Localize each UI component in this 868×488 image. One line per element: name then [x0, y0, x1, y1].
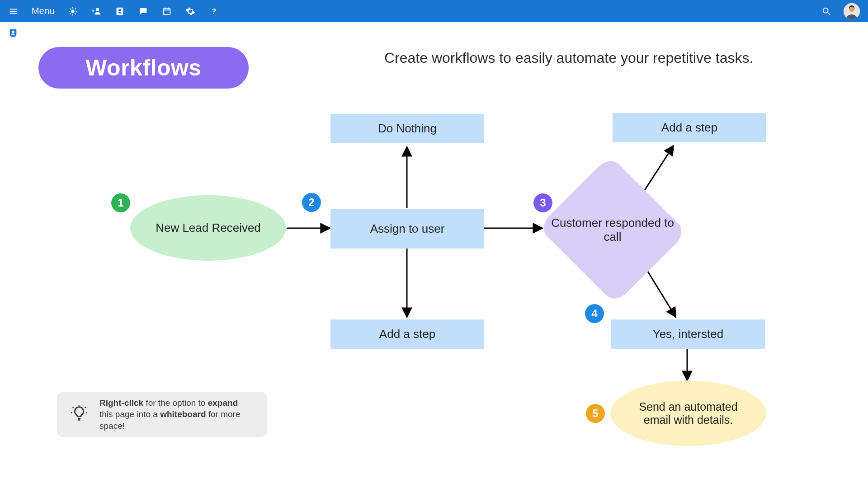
node-add-step-below-label: Add a step — [379, 327, 435, 341]
node-add-step-top[interactable]: Add a step — [613, 113, 766, 142]
node-do-nothing[interactable]: Do Nothing — [330, 114, 484, 143]
node-do-nothing-label: Do Nothing — [378, 122, 437, 136]
node-start[interactable]: New Lead Received — [130, 195, 286, 261]
svg-line-35 — [85, 407, 86, 408]
node-yes[interactable]: Yes, intersted — [611, 319, 765, 349]
badge-1: 1 — [111, 193, 130, 212]
node-start-label: New Lead Received — [156, 221, 261, 235]
lightbulb-icon — [71, 405, 88, 424]
node-add-step-below[interactable]: Add a step — [330, 319, 484, 349]
node-decision-label: Customer responded to call — [542, 179, 683, 281]
tip-box: Right-click for the option to expand thi… — [57, 392, 267, 437]
badge-5: 5 — [586, 404, 605, 423]
node-add-step-top-label: Add a step — [661, 121, 717, 135]
node-assign-label: Assign to user — [370, 222, 445, 236]
badge-4: 4 — [585, 304, 604, 323]
node-end[interactable]: Send an automated email with details. — [610, 380, 766, 446]
tip-text: Right-click for the option to expand thi… — [99, 397, 254, 432]
node-decision[interactable]: Customer responded to call — [542, 179, 683, 281]
node-yes-label: Yes, intersted — [653, 327, 724, 341]
node-end-label: Send an automated email with details. — [625, 400, 752, 427]
badge-2: 2 — [302, 193, 321, 212]
svg-line-34 — [73, 407, 74, 408]
node-assign[interactable]: Assign to user — [330, 209, 484, 249]
